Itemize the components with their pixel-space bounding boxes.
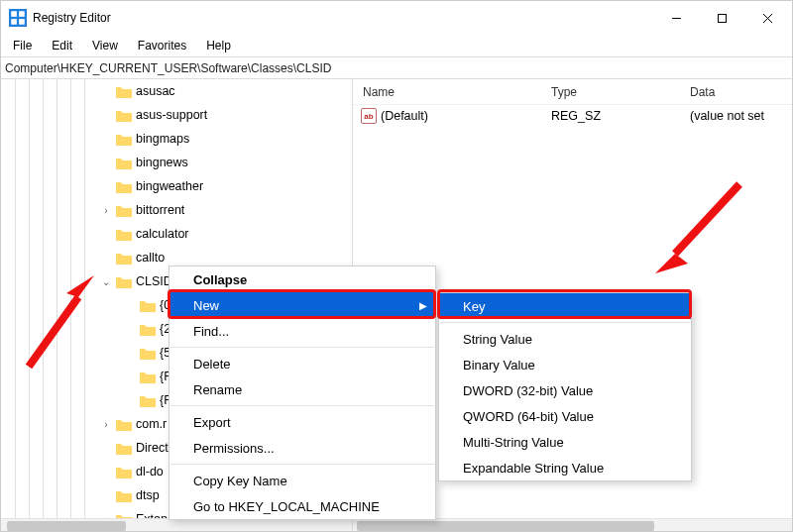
menu-help[interactable]: Help xyxy=(198,37,239,54)
tree-node-label: callto xyxy=(136,251,165,265)
tree-node-calculator[interactable]: calculator xyxy=(1,222,352,246)
folder-icon xyxy=(116,109,132,122)
ctx-goto-hklm[interactable]: Go to HKEY_LOCAL_MACHINE xyxy=(170,493,435,519)
folder-icon xyxy=(116,204,132,217)
tree-node-label: dl-do xyxy=(136,465,164,479)
folder-icon xyxy=(140,299,156,312)
column-header-data[interactable]: Data xyxy=(690,85,792,99)
folder-icon xyxy=(116,275,132,288)
address-bar[interactable]: Computer\HKEY_CURRENT_USER\Software\Clas… xyxy=(1,56,792,79)
folder-icon xyxy=(140,323,156,336)
svg-rect-6 xyxy=(718,14,726,22)
tree-node-label: asusac xyxy=(136,84,175,98)
value-name: (Default) xyxy=(381,109,428,123)
folder-icon xyxy=(116,228,132,241)
folder-icon xyxy=(116,442,132,455)
tree-expander-icon[interactable]: ⌄ xyxy=(100,276,112,287)
column-header-name[interactable]: Name xyxy=(353,85,551,99)
menu-file[interactable]: File xyxy=(5,37,40,54)
tree-node-label: calculator xyxy=(136,227,189,241)
ctx-new-key[interactable]: Key xyxy=(439,293,691,319)
tree-node-label: bingmaps xyxy=(136,132,189,146)
folder-icon xyxy=(116,157,132,169)
tree-node-asusac[interactable]: asusac xyxy=(1,79,352,103)
folder-icon xyxy=(116,489,132,502)
value-data: (value not set xyxy=(690,109,792,123)
svg-rect-4 xyxy=(19,19,25,25)
address-text: Computer\HKEY_CURRENT_USER\Software\Clas… xyxy=(5,61,331,75)
tree-node-label: bittorrent xyxy=(136,203,184,217)
ctx-new-dword[interactable]: DWORD (32-bit) Value xyxy=(439,377,691,403)
context-menu: Collapse New ▶ Find... Delete Rename Exp… xyxy=(169,266,436,520)
column-header-type[interactable]: Type xyxy=(551,85,690,99)
ctx-rename[interactable]: Rename xyxy=(170,376,435,402)
folder-icon xyxy=(116,466,132,479)
tree-horizontal-scrollbar[interactable] xyxy=(1,518,352,532)
tree-node-bingnews[interactable]: bingnews xyxy=(1,151,352,174)
folder-icon xyxy=(116,133,132,146)
regedit-app-icon xyxy=(9,9,27,27)
menu-bar: File Edit View Favorites Help xyxy=(1,35,792,56)
svg-rect-3 xyxy=(11,19,17,25)
ctx-new-qword[interactable]: QWORD (64-bit) Value xyxy=(439,403,691,429)
folder-icon xyxy=(116,252,132,265)
submenu-arrow-icon: ▶ xyxy=(419,300,427,311)
close-button[interactable] xyxy=(744,3,790,33)
folder-icon xyxy=(116,418,132,431)
ctx-new[interactable]: New ▶ xyxy=(170,292,435,318)
ctx-find[interactable]: Find... xyxy=(170,318,435,344)
menu-favorites[interactable]: Favorites xyxy=(130,37,194,54)
list-row[interactable]: ab (Default) REG_SZ (value not set xyxy=(353,105,792,127)
ctx-delete[interactable]: Delete xyxy=(170,351,435,376)
ctx-permissions[interactable]: Permissions... xyxy=(170,435,435,461)
tree-node-label: bingweather xyxy=(136,179,203,193)
menu-view[interactable]: View xyxy=(84,37,126,54)
menu-edit[interactable]: Edit xyxy=(44,37,80,54)
svg-rect-1 xyxy=(11,11,17,17)
minimize-button[interactable] xyxy=(653,3,699,33)
folder-icon xyxy=(140,371,156,383)
tree-node-label: dtsp xyxy=(136,488,160,502)
ctx-new-multistring[interactable]: Multi-String Value xyxy=(439,429,691,455)
tree-expander-icon[interactable]: › xyxy=(100,205,112,216)
ctx-export[interactable]: Export xyxy=(170,409,435,435)
tree-node-bittorrent[interactable]: ›bittorrent xyxy=(1,198,352,222)
folder-icon xyxy=(140,394,156,407)
tree-node-label: asus-support xyxy=(136,108,207,122)
tree-node-label: Direct xyxy=(136,441,169,455)
title-bar: Registry Editor xyxy=(1,1,792,35)
ctx-new-string[interactable]: String Value xyxy=(439,326,691,352)
ctx-copy-key-name[interactable]: Copy Key Name xyxy=(170,468,435,493)
string-value-icon: ab xyxy=(361,108,377,124)
folder-icon xyxy=(116,85,132,98)
tree-node-label: CLSID xyxy=(136,274,172,288)
tree-node-label: bingnews xyxy=(136,156,188,169)
tree-node-bingmaps[interactable]: bingmaps xyxy=(1,127,352,151)
tree-node-asussupport[interactable]: asus-support xyxy=(1,103,352,127)
window-title: Registry Editor xyxy=(33,11,111,25)
folder-icon xyxy=(116,180,132,193)
value-type: REG_SZ xyxy=(551,109,690,123)
list-horizontal-scrollbar[interactable] xyxy=(353,518,792,532)
ctx-collapse[interactable]: Collapse xyxy=(170,266,435,292)
folder-icon xyxy=(140,347,156,360)
ctx-new-binary[interactable]: Binary Value xyxy=(439,352,691,377)
tree-node-bingweather[interactable]: bingweather xyxy=(1,174,352,198)
maximize-button[interactable] xyxy=(699,3,744,33)
ctx-new-expandable[interactable]: Expandable String Value xyxy=(439,455,691,480)
svg-rect-2 xyxy=(19,11,25,17)
context-submenu-new: Key String Value Binary Value DWORD (32-… xyxy=(438,292,692,481)
tree-node-label: com.r xyxy=(136,417,167,431)
tree-expander-icon[interactable]: › xyxy=(100,419,112,430)
